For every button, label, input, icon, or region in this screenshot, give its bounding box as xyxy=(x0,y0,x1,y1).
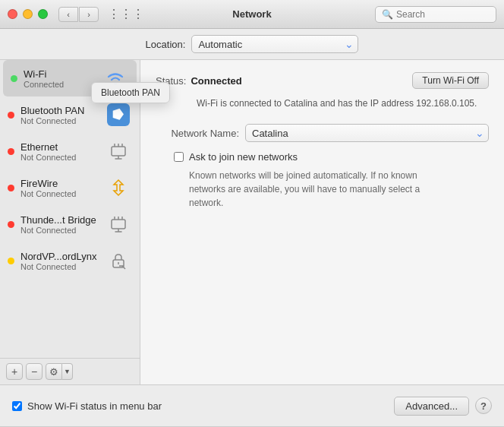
sidebar-item-fw-status: Not Connected xyxy=(20,189,100,198)
sidebar-item-vpn-name: NordVP...ordLynx xyxy=(20,251,100,262)
sidebar-bottom: + − ⚙ ▼ xyxy=(0,358,140,384)
titlebar: ‹ › ⋮⋮⋮ Network 🔍 xyxy=(0,0,504,29)
gear-combo[interactable]: ⚙ ▼ xyxy=(46,363,73,380)
status-dot-green xyxy=(11,75,17,82)
maximize-button[interactable] xyxy=(38,9,48,19)
sidebar-item-nordvpn[interactable]: NordVP...ordLynx Not Connected xyxy=(0,242,140,279)
show-wifi-row: Show Wi-Fi status in menu bar xyxy=(12,400,394,412)
sidebar-item-bluetooth[interactable]: Bluetooth PAN Not Connected ⭓ xyxy=(0,96,140,133)
turn-wifi-off-button[interactable]: Turn Wi-Fi Off xyxy=(412,72,489,89)
grid-icon[interactable]: ⋮⋮⋮ xyxy=(108,7,144,21)
location-select-wrap: Automatic Home Work ⌄ xyxy=(191,35,358,53)
vpn-lock-icon xyxy=(105,247,132,274)
sidebar-item-ethernet[interactable]: Ethernet Not Connected xyxy=(0,133,140,169)
sidebar-item-bt-name: Bluetooth PAN xyxy=(20,105,100,116)
sidebar: Wi-Fi Connected Bluetooth PAN xyxy=(0,60,140,384)
ethernet-icon xyxy=(105,138,132,165)
sidebar-item-eth-status: Not Connected xyxy=(20,153,100,162)
sidebar-item-fw-name: FireWire xyxy=(20,178,100,189)
join-networks-checkbox[interactable] xyxy=(174,152,184,162)
network-name-row: Network Name: Catalina Other... ⌄ xyxy=(156,124,489,142)
sidebar-item-thunderbolt[interactable]: Thunde...t Bridge Not Connected xyxy=(0,206,140,242)
window-title: Network xyxy=(232,8,271,20)
advanced-button[interactable]: Advanced... xyxy=(394,397,469,416)
remove-network-button[interactable]: − xyxy=(26,363,43,380)
network-select-wrap: Catalina Other... ⌄ xyxy=(245,124,489,142)
thunderbolt-icon xyxy=(105,210,132,238)
nav-arrows: ‹ › xyxy=(58,7,99,22)
sidebar-item-wifi-name: Wi-Fi xyxy=(24,68,97,80)
location-bar: Location: Automatic Home Work ⌄ xyxy=(0,29,504,60)
back-button[interactable]: ‹ xyxy=(58,7,78,22)
sidebar-item-tb-name: Thunde...t Bridge xyxy=(20,214,100,226)
status-value: Connected xyxy=(191,75,241,87)
search-box[interactable]: 🔍 xyxy=(375,6,496,23)
svg-rect-1 xyxy=(112,147,125,156)
svg-rect-6 xyxy=(112,220,125,229)
sidebar-list: Wi-Fi Connected Bluetooth PAN xyxy=(0,60,140,358)
wifi-icon xyxy=(102,65,129,92)
location-label: Location: xyxy=(146,39,186,50)
sidebar-item-firewire[interactable]: FireWire Not Connected xyxy=(0,169,140,206)
sidebar-item-wifi[interactable]: Wi-Fi Connected xyxy=(3,60,137,96)
show-wifi-label[interactable]: Show Wi-Fi status in menu bar xyxy=(27,400,162,412)
network-name-label: Network Name: xyxy=(156,128,239,139)
sidebar-item-wifi-status: Connected xyxy=(24,80,97,89)
add-network-button[interactable]: + xyxy=(6,363,23,380)
sidebar-item-tb-status: Not Connected xyxy=(20,226,100,235)
join-networks-label[interactable]: Ask to join new networks xyxy=(189,151,298,163)
svg-point-0 xyxy=(114,82,117,85)
search-input[interactable] xyxy=(396,9,490,20)
bottom-bar: Show Wi-Fi status in menu bar Advanced..… xyxy=(0,384,504,426)
sidebar-item-eth-name: Ethernet xyxy=(20,141,100,153)
bluetooth-icon: ⭓ xyxy=(105,101,132,128)
minimize-button[interactable] xyxy=(23,9,33,19)
close-button[interactable] xyxy=(8,9,17,19)
gear-button[interactable]: ⚙ xyxy=(46,363,62,380)
join-networks-desc: Known networks will be joined automatica… xyxy=(189,169,432,210)
status-dot-red-eth xyxy=(8,148,14,155)
forward-button[interactable]: › xyxy=(79,7,99,22)
sidebar-item-vpn-status: Not Connected xyxy=(20,262,100,271)
firewire-icon xyxy=(105,174,132,201)
status-dot-yellow-vpn xyxy=(8,258,14,264)
status-row: Status: Connected Turn Wi-Fi Off xyxy=(156,72,489,89)
status-label: Status: xyxy=(156,75,186,87)
sidebar-item-bt-status: Not Connected xyxy=(20,116,100,125)
main-content: Wi-Fi Connected Bluetooth PAN xyxy=(0,60,504,384)
help-button[interactable]: ? xyxy=(475,397,492,414)
status-dot-red-fw xyxy=(8,185,14,191)
search-icon: 🔍 xyxy=(382,9,393,20)
status-dot-red-bt xyxy=(8,112,14,119)
location-select[interactable]: Automatic Home Work xyxy=(191,35,358,53)
window-controls xyxy=(8,9,48,19)
network-select[interactable]: Catalina Other... xyxy=(245,124,489,142)
join-networks-row: Ask to join new networks xyxy=(174,151,489,163)
show-wifi-checkbox[interactable] xyxy=(12,401,22,411)
checkbox-area: Ask to join new networks Known networks … xyxy=(174,151,489,210)
right-panel: Status: Connected Turn Wi-Fi Off Wi-Fi i… xyxy=(140,60,504,384)
status-dot-red-tb xyxy=(8,221,14,228)
gear-dropdown-button[interactable]: ▼ xyxy=(62,363,73,380)
status-description: Wi-Fi is connected to Catalina and has t… xyxy=(197,96,489,110)
